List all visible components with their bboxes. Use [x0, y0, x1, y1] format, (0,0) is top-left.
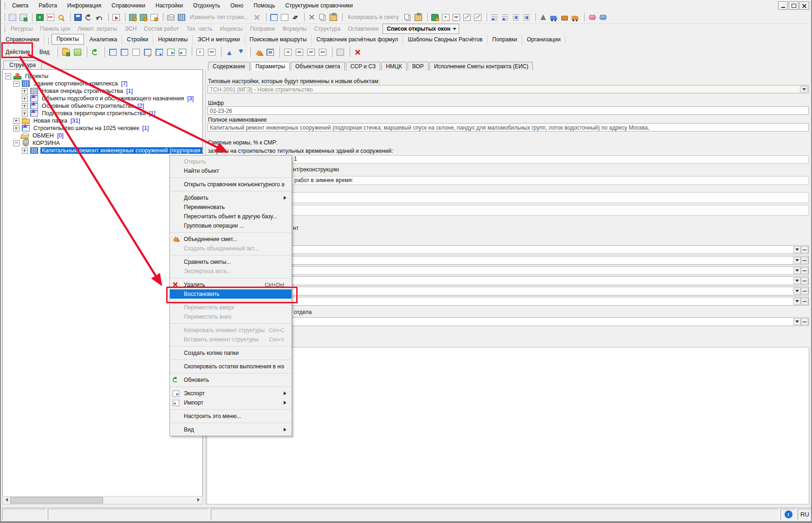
truck-box-button[interactable]: [570, 12, 580, 22]
paste-button[interactable]: [328, 12, 338, 22]
materials-button[interactable]: [559, 12, 570, 22]
combo-field-7[interactable]: [208, 317, 809, 326]
table-cards-button[interactable]: [118, 46, 130, 58]
close-x-button[interactable]: [252, 12, 262, 22]
tree-toggle-new-construction-stage[interactable]: [22, 88, 28, 94]
copy-page-button[interactable]: [402, 12, 413, 22]
tree-item-new-construction-stage[interactable]: Новая очередь строительства[1]: [3, 87, 202, 95]
workspace-tab-standards[interactable]: Нормативы: [153, 35, 193, 45]
truck-blue-button[interactable]: [548, 12, 559, 22]
combo-field-4[interactable]: [208, 276, 809, 285]
typical-settings-combo[interactable]: ТСН-2001 (МГЭ) - Новое строительство: [208, 85, 809, 93]
view-item-open-windows-list[interactable]: Список открытых окон: [383, 24, 459, 34]
view-item-toc[interactable]: Оглавление: [344, 24, 383, 33]
notes-area[interactable]: [207, 347, 809, 504]
move-down-button[interactable]: [235, 46, 247, 58]
context-menu-item-find-object[interactable]: Найти объект: [170, 166, 292, 176]
pdf-button[interactable]: PDF: [45, 12, 56, 22]
doc-edit-button[interactable]: [279, 12, 290, 22]
workspace-tab-analytics[interactable]: Аналитика: [85, 35, 122, 45]
folder-open-button[interactable]: [71, 46, 83, 58]
scroll-thumb[interactable]: [10, 497, 103, 503]
indent-up-button[interactable]: [500, 12, 510, 22]
indent-first-button[interactable]: [489, 12, 500, 22]
context-menu-item-open-conjuncture-reference[interactable]: Открыть справочник конъюнктурного анализ…: [170, 180, 292, 189]
chevron-down-icon[interactable]: [793, 246, 801, 253]
workspace-tab-constructions[interactable]: Стройки: [122, 35, 153, 45]
context-menu-item-export[interactable]: Экспорт: [170, 389, 292, 398]
chevron-down-icon[interactable]: [800, 86, 808, 92]
book-gear-button[interactable]: [429, 12, 440, 22]
idx-10-button[interactable]: 10: [282, 46, 293, 58]
workspace-tab-organizations[interactable]: Организации: [522, 35, 566, 45]
context-menu-item-add[interactable]: Добавить: [170, 193, 292, 203]
view-item-indexes[interactable]: Индексы: [216, 24, 247, 33]
ellipsis-button[interactable]: [801, 288, 808, 294]
tree-item-projects-root[interactable]: Проекты: [3, 72, 202, 80]
calc-table-button[interactable]: [268, 12, 279, 22]
code-field[interactable]: 02-23-26: [208, 106, 809, 115]
combo-field-6[interactable]: [208, 297, 809, 306]
context-menu-item-copy-remaining-to-new-object[interactable]: Скопировать остатки выполнения в новый о…: [170, 362, 292, 371]
combo-field-2[interactable]: [208, 256, 809, 265]
delete-red-button[interactable]: [352, 46, 364, 58]
chevron-down-icon[interactable]: [793, 318, 801, 325]
context-menu-item-merge-estimates[interactable]: Объединение смет...: [170, 235, 292, 244]
ellipsis-button[interactable]: [801, 318, 808, 325]
view-item-tech-part[interactable]: Тех. часть: [182, 24, 216, 33]
idx-m3-button[interactable]: М3: [293, 46, 305, 58]
tab-object-estimate[interactable]: Объектная смета: [291, 62, 345, 71]
context-menu-item-recalc-to-other-base[interactable]: Пересчитать объект в другую базу...: [170, 212, 292, 221]
tree-toggle-projects-root[interactable]: [5, 73, 11, 79]
workspace-tab-esn-methods[interactable]: ЭСН и методики: [193, 35, 245, 45]
layers-pink-button[interactable]: [586, 12, 597, 22]
context-menu-item-import[interactable]: Импорт: [170, 398, 292, 407]
refresh-green-button[interactable]: [89, 46, 101, 58]
view-item-resources[interactable]: Ресурсы: [7, 24, 36, 33]
menubar-item-settings[interactable]: Настройки: [150, 0, 188, 11]
print-button[interactable]: [165, 12, 176, 22]
table-move-button[interactable]: [153, 46, 165, 58]
context-menu-item-group-operations[interactable]: Групповые операции ...: [170, 221, 292, 230]
language-indicator[interactable]: RU: [798, 509, 812, 520]
tree-toggle-sport-complex[interactable]: [13, 81, 19, 87]
save-button[interactable]: [72, 12, 83, 22]
tab-content[interactable]: Содержание: [208, 62, 250, 71]
move-up-button[interactable]: [223, 46, 235, 58]
tree-add-button[interactable]: [18, 12, 28, 22]
ellipsis-button[interactable]: [801, 246, 808, 253]
table-10-button[interactable]: 10: [264, 46, 276, 58]
merge-home-button[interactable]: [253, 46, 264, 58]
compass-button[interactable]: [538, 12, 548, 22]
doc-p-2-button[interactable]: P: [194, 46, 206, 58]
workspace-tab-projects[interactable]: Проекты: [52, 34, 84, 45]
tab-eis-contract[interactable]: Исполнение Сметы контракта (ЕИС): [429, 62, 533, 71]
doc-blank-button[interactable]: [130, 46, 142, 58]
workspace-tab-search-routes[interactable]: Поисковые маршруты: [245, 35, 312, 45]
chevron-down-icon[interactable]: [793, 277, 801, 284]
view-item-structure[interactable]: Структура: [310, 24, 344, 33]
minimize-button[interactable]: [778, 1, 788, 10]
chevron-down-icon[interactable]: [793, 288, 801, 294]
copy-button[interactable]: [317, 12, 328, 22]
context-menu-item-view[interactable]: Вид: [170, 425, 292, 434]
doc-export-g-button[interactable]: [165, 46, 176, 58]
view-item-price-panel[interactable]: Панель цен: [36, 24, 74, 33]
doc-p-button[interactable]: P: [440, 12, 451, 22]
tree-toggle-korzina[interactable]: [13, 140, 19, 146]
context-menu-item-create-folder-copy[interactable]: Создать копию папки: [170, 348, 292, 358]
folder-add-button[interactable]: [60, 46, 71, 58]
layers-blue-button[interactable]: [597, 12, 608, 22]
combo-field-1[interactable]: [208, 245, 809, 254]
view-item-limit-costs[interactable]: Лимит. затраты: [74, 24, 121, 33]
combo-field-3[interactable]: [208, 266, 809, 275]
tree-toggle-new-folder[interactable]: [13, 118, 19, 124]
menubar-item-help[interactable]: Помощь: [248, 0, 280, 11]
undo-button[interactable]: [94, 12, 104, 22]
fullname-field[interactable]: Капитальный ремонт инженерных сооружений…: [208, 123, 809, 131]
menubar-item-smeta[interactable]: Смета: [7, 0, 33, 11]
menubar-item-relax[interactable]: Отдохнуть: [188, 0, 225, 11]
view-button[interactable]: Вид: [35, 48, 54, 56]
tab-nmck[interactable]: НМЦК: [381, 62, 407, 71]
tree-item-deleted-object[interactable]: Капитальный ремонт инженерных сооружений…: [3, 147, 202, 154]
